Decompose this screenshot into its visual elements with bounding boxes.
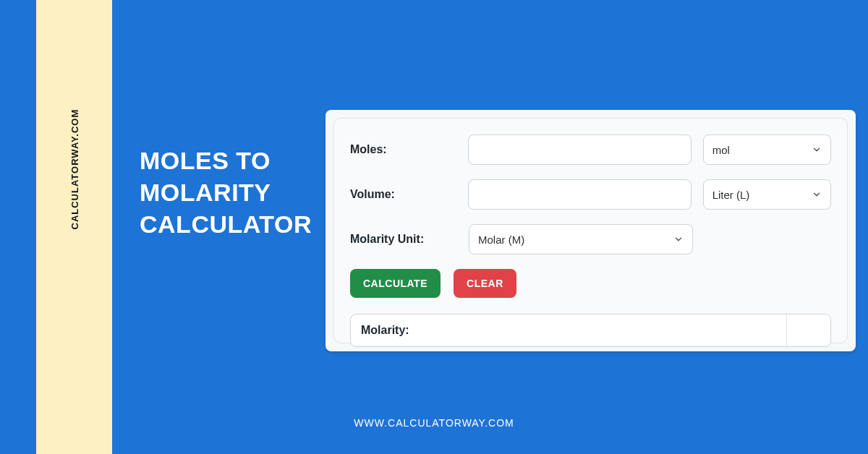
volume-unit-select[interactable]: Liter (L)	[703, 179, 831, 210]
result-unit	[787, 314, 830, 346]
volume-unit-value: Liter (L)	[712, 189, 750, 201]
volume-label: Volume:	[350, 188, 456, 201]
molarity-unit-label: Molarity Unit:	[350, 233, 457, 246]
result-label: Molarity:	[351, 314, 787, 346]
rotated-brand-text: CALCULATORWAY.COM	[69, 109, 80, 230]
row-volume: Volume: Liter (L)	[350, 179, 831, 210]
row-molarity-unit: Molarity Unit: Molar (M)	[350, 224, 831, 254]
calculator-panel-container: Moles: mol Volume: Liter (L) Molarity Un…	[326, 110, 856, 351]
molarity-unit-select[interactable]: Molar (M)	[469, 224, 693, 254]
moles-label: Moles:	[350, 143, 456, 156]
moles-unit-select[interactable]: mol	[703, 134, 831, 165]
title-line: MOLARITY	[140, 176, 312, 208]
clear-button[interactable]: CLEAR	[454, 269, 516, 298]
page-title: MOLES TO MOLARITY CALCULATOR	[140, 145, 312, 241]
chevron-down-icon	[673, 234, 684, 244]
result-row: Molarity:	[350, 314, 831, 347]
footer-url: WWW.CALCULATORWAY.COM	[0, 417, 868, 429]
chevron-down-icon	[812, 189, 822, 200]
molarity-unit-value: Molar (M)	[478, 234, 524, 246]
moles-input[interactable]	[468, 134, 691, 165]
button-row: CALCULATE CLEAR	[350, 269, 831, 298]
title-line: MOLES TO	[140, 145, 312, 176]
volume-input[interactable]	[468, 179, 691, 210]
chevron-down-icon	[812, 145, 822, 155]
moles-unit-value: mol	[712, 144, 730, 156]
calculate-button[interactable]: CALCULATE	[350, 269, 441, 298]
calculator-panel: Moles: mol Volume: Liter (L) Molarity Un…	[333, 118, 848, 343]
row-moles: Moles: mol	[350, 134, 831, 165]
title-line: CALCULATOR	[140, 208, 312, 240]
